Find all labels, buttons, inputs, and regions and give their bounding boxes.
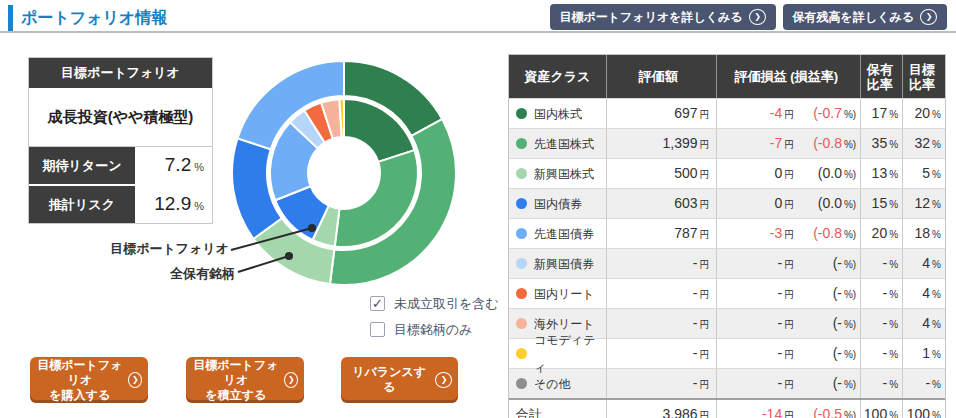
asset-class-table: 資産クラス 評価額 評価損益 (損益率) 保有 比率 目標 比率 国内株式697…: [508, 54, 946, 418]
button-line1: リバランスする: [347, 365, 431, 395]
arrow-circle-icon: ❯: [435, 372, 452, 388]
asset-color-dot: [516, 168, 527, 179]
chart-label-target-portfolio: 目標ポートフォリオ: [79, 240, 229, 258]
button-line1: 目標ポートフォリオ: [36, 358, 124, 388]
table-row: 先進国株式1,399円-7円(-0.8%)35%32%: [509, 128, 945, 158]
valuation-cell: -円: [606, 339, 716, 368]
page-title: ポートフォリオ情報: [21, 8, 167, 29]
buy-target-portfolio-label: 目標ポートフォリオ を購入する: [36, 358, 124, 403]
accumulate-target-portfolio-button[interactable]: 目標ポートフォリオ を積立する ❯: [186, 357, 304, 403]
target-ratio-cell: 12%: [902, 189, 945, 218]
asset-color-dot: [516, 258, 527, 269]
valuation-cell: 500円: [606, 159, 716, 188]
header-target-ratio: 目標 比率: [902, 55, 945, 98]
header-pl: 評価損益 (損益率): [716, 55, 861, 98]
header-divider: [0, 31, 956, 33]
rebalance-button[interactable]: リバランスする ❯: [341, 357, 458, 403]
buy-target-portfolio-button[interactable]: 目標ポートフォリオ を購入する ❯: [30, 357, 148, 403]
table-body: 国内株式697円-4円(-0.7%)17%20%先進国株式1,399円-7円(-…: [509, 98, 945, 418]
holding-ratio-cell: 17%: [860, 99, 902, 128]
arrow-circle-icon: ❯: [920, 9, 937, 25]
header-buttons: 目標ポートフォリオを詳しくみる ❯ 保有残高を詳しくみる ❯: [550, 4, 948, 30]
view-balance-button[interactable]: 保有残高を詳しくみる ❯: [783, 4, 947, 30]
pl-cell: -7円(-0.8%): [716, 129, 861, 158]
leader-dot-inner: [308, 224, 316, 232]
total-label: 合計: [516, 401, 542, 418]
asset-color-dot: [516, 378, 527, 389]
rebalance-label: リバランスする: [347, 365, 431, 395]
holding-ratio-cell: 15%: [860, 189, 902, 218]
view-balance-label: 保有残高を詳しくみる: [793, 9, 914, 26]
target-ratio-cell: 1%: [902, 339, 945, 368]
valuation-cell: -円: [606, 369, 716, 398]
asset-class-label: その他: [534, 370, 571, 398]
holding-ratio-cell: -%: [860, 339, 902, 368]
holdings-outer-ring: [232, 61, 456, 285]
asset-color-dot: [516, 318, 527, 329]
table-row: 新興国債券-円-円(-%)-%4%: [509, 248, 945, 278]
valuation-cell: -円: [606, 309, 716, 338]
header-asset-class: 資産クラス: [509, 55, 606, 98]
valuation-cell: -円: [606, 249, 716, 278]
table-row: 国内株式697円-4円(-0.7%)17%20%: [509, 98, 945, 128]
asset-class-label: 先進国債券: [534, 220, 594, 248]
target-ratio-cell: 18%: [902, 219, 945, 248]
asset-color-dot: [516, 198, 527, 209]
holding-ratio-cell: 100%: [860, 400, 902, 418]
arrow-circle-icon: ❯: [284, 372, 298, 388]
chart-label-all-holdings: 全保有銘柄: [85, 265, 235, 283]
pl-cell: 0円(0.0%): [716, 189, 861, 218]
asset-cell: 国内債券: [509, 189, 606, 218]
asset-cell: 先進国債券: [509, 219, 606, 248]
asset-class-label: 新興国債券: [534, 250, 594, 278]
view-target-portfolio-label: 目標ポートフォリオを詳しくみる: [560, 9, 743, 26]
pl-cell: -円(-%): [716, 249, 861, 278]
asset-color-dot: [516, 288, 527, 299]
table-total-row: 合計3,986円-14円(-0.5%)100%100%: [509, 398, 945, 418]
header-valuation: 評価額: [606, 55, 716, 98]
checkbox-target-only[interactable]: 目標銘柄のみ: [370, 322, 499, 337]
asset-class-label: 国内株式: [534, 100, 582, 128]
target-ratio-cell: 5%: [902, 159, 945, 188]
target-ratio-cell: 20%: [902, 99, 945, 128]
checkbox-include-pending[interactable]: ✓ 未成立取引を含む: [370, 296, 499, 311]
asset-class-label: 新興国株式: [534, 160, 594, 188]
asset-class-label: 先進国株式: [534, 130, 594, 158]
valuation-cell: 3,986円: [606, 400, 716, 418]
asset-cell: その他: [509, 369, 606, 398]
valuation-cell: 697円: [606, 99, 716, 128]
arrow-circle-icon: ❯: [128, 372, 142, 388]
asset-color-dot: [516, 348, 527, 359]
valuation-cell: -円: [606, 279, 716, 308]
checkbox-include-pending-box[interactable]: ✓: [370, 296, 385, 311]
table-row: 先進国債券787円-3円(-0.8%)20%18%: [509, 218, 945, 248]
target-ratio-cell: 32%: [902, 129, 945, 158]
target-ratio-cell: 4%: [902, 249, 945, 278]
chart-filter-checkboxes: ✓ 未成立取引を含む 目標銘柄のみ: [370, 296, 499, 348]
pl-cell: -円(-%): [716, 309, 861, 338]
holding-ratio-cell: -%: [860, 309, 902, 338]
button-line1: 目標ポートフォリオ: [192, 358, 280, 388]
pl-cell: 0円(0.0%): [716, 159, 861, 188]
arrow-circle-icon: ❯: [749, 9, 766, 25]
table-row: その他-円-円(-%)-%-%: [509, 368, 945, 398]
target-ratio-cell: 100%: [902, 400, 945, 418]
portfolio-donut-chart: [110, 54, 470, 300]
button-line2: を積立する: [192, 388, 280, 403]
header-holding-ratio: 保有 比率: [860, 55, 902, 98]
asset-class-label: 国内リート: [534, 280, 595, 308]
target-inner-ring: [270, 99, 418, 247]
checkbox-target-only-box[interactable]: [370, 322, 385, 337]
asset-color-dot: [516, 138, 527, 149]
pl-cell: -14円(-0.5%): [716, 400, 861, 418]
target-ratio-cell: -%: [902, 369, 945, 398]
valuation-cell: 787円: [606, 219, 716, 248]
table-header-row: 資産クラス 評価額 評価損益 (損益率) 保有 比率 目標 比率: [509, 55, 945, 98]
view-target-portfolio-button[interactable]: 目標ポートフォリオを詳しくみる ❯: [550, 4, 776, 30]
asset-cell: 国内株式: [509, 99, 606, 128]
checkbox-include-pending-label: 未成立取引を含む: [394, 295, 499, 313]
valuation-cell: 603円: [606, 189, 716, 218]
holding-ratio-cell: -%: [860, 279, 902, 308]
holding-ratio-cell: 35%: [860, 129, 902, 158]
asset-cell: コモディティ: [509, 339, 606, 368]
